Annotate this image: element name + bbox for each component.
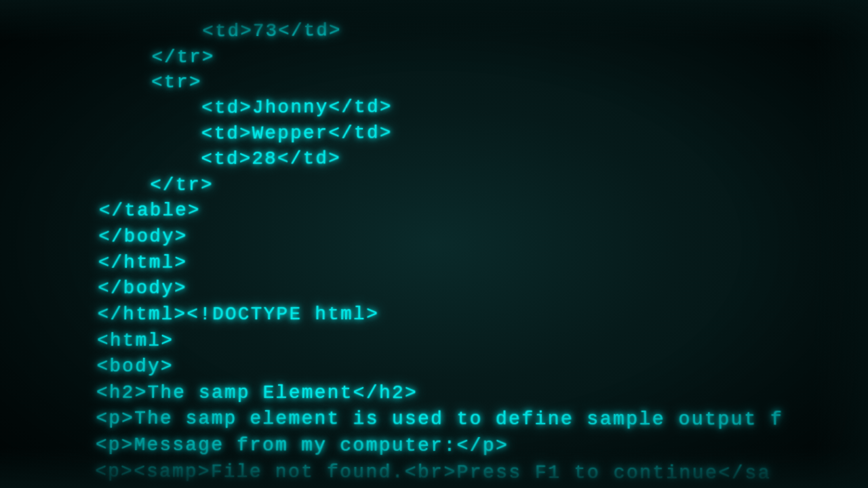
code-line: <h2>The samp Element</h2> [96,380,818,407]
code-line: </tr> [101,41,813,70]
code-line: <p><samp>File not found.<br>Press F1 to … [95,459,820,487]
code-line: </html> [98,249,816,276]
code-line: <p>The samp element is used to define sa… [96,406,818,434]
code-line: </body> [98,222,816,250]
code-line: <td>28</td> [100,144,814,173]
code-wrapper: <td>73</td> </tr> <tr> <td>Jhonny</td> <… [0,1,868,488]
code-line: <p>Message from my computer:</p> [96,432,819,460]
code-line: </table> [99,197,816,224]
code-line: <html> [97,327,818,354]
code-line: </html><!DOCTYPE html> [97,301,816,327]
code-line: <body> [96,354,818,380]
code-line: <td>Jhonny</td> [100,92,814,121]
code-line: </tr> [99,170,814,199]
code-line: <tr> [100,66,813,96]
code-display: <td>73</td> </tr> <tr> <td>Jhonny</td> <… [0,0,868,488]
code-line: </body> [98,275,816,302]
code-line: <td>Wepper</td> [100,118,814,147]
